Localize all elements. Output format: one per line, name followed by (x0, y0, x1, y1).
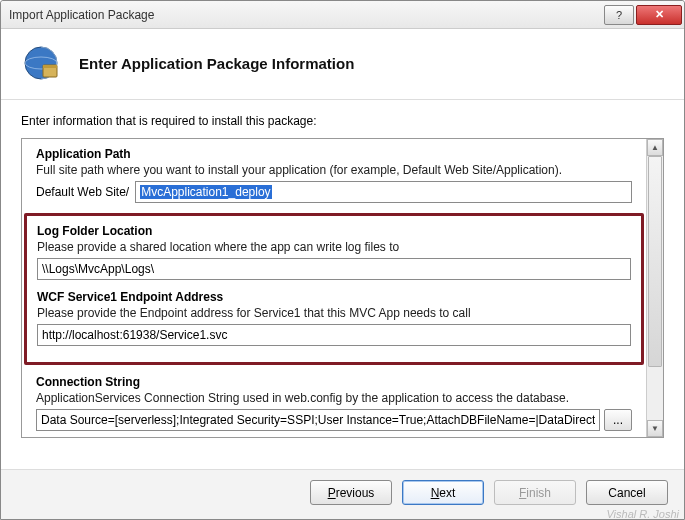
app-path-prefix: Default Web Site/ (36, 185, 129, 199)
app-path-value: MvcApplication1_deploy (140, 185, 271, 199)
next-button[interactable]: NextNext (402, 480, 484, 505)
form-content: Application Path Full site path where yo… (22, 139, 646, 437)
close-icon: ✕ (655, 8, 664, 21)
highlight-region: Log Folder Location Please provide a sha… (24, 213, 644, 365)
conn-desc: ApplicationServices Connection String us… (36, 391, 632, 405)
cancel-button[interactable]: Cancel (586, 480, 668, 505)
ellipsis-icon: ... (613, 413, 623, 427)
app-path-title: Application Path (36, 147, 632, 161)
conn-title: Connection String (36, 375, 632, 389)
form-panel: Application Path Full site path where yo… (21, 138, 664, 438)
scroll-down-button[interactable]: ▼ (647, 420, 663, 437)
close-button[interactable]: ✕ (636, 5, 682, 25)
conn-browse-button[interactable]: ... (604, 409, 632, 431)
app-path-desc: Full site path where you want to install… (36, 163, 632, 177)
scroll-track[interactable] (647, 156, 663, 420)
previous-button[interactable]: PPreviousrevious (310, 480, 392, 505)
body: Enter information that is required to in… (1, 100, 684, 446)
intro-text: Enter information that is required to in… (21, 114, 664, 128)
scrollbar[interactable]: ▲ ▼ (646, 139, 663, 437)
svg-rect-3 (43, 65, 57, 68)
dialog-window: Import Application Package ? ✕ Enter App… (0, 0, 685, 520)
watermark: Vishal R. Joshi (606, 508, 679, 520)
wcf-title: WCF Service1 Endpoint Address (37, 290, 631, 304)
app-path-field: Default Web Site/ MvcApplication1_deploy (36, 181, 632, 203)
scroll-up-button[interactable]: ▲ (647, 139, 663, 156)
scroll-thumb[interactable] (648, 156, 662, 367)
header: Enter Application Package Information (1, 29, 684, 100)
page-title: Enter Application Package Information (79, 55, 354, 72)
log-folder-title: Log Folder Location (37, 224, 631, 238)
help-button[interactable]: ? (604, 5, 634, 25)
footer: PPreviousrevious NextNext FinishFinish C… (1, 469, 684, 519)
app-path-input[interactable]: MvcApplication1_deploy (135, 181, 632, 203)
package-icon (21, 43, 61, 83)
finish-button: FinishFinish (494, 480, 576, 505)
window-title: Import Application Package (9, 8, 602, 22)
log-folder-input[interactable] (37, 258, 631, 280)
help-icon: ? (616, 9, 622, 21)
titlebar: Import Application Package ? ✕ (1, 1, 684, 29)
conn-input[interactable] (36, 409, 600, 431)
log-folder-desc: Please provide a shared location where t… (37, 240, 631, 254)
conn-field: ... (36, 409, 632, 431)
wcf-desc: Please provide the Endpoint address for … (37, 306, 631, 320)
wcf-input[interactable] (37, 324, 631, 346)
